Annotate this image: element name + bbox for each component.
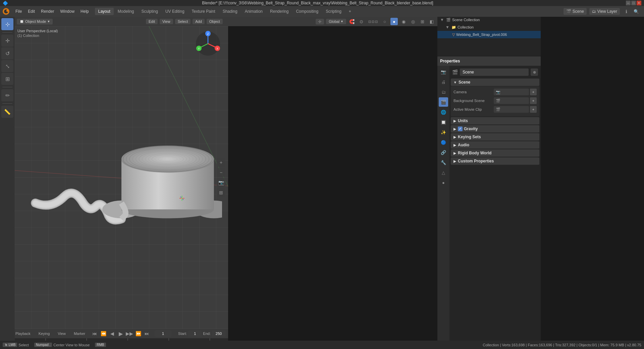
workspace-layout[interactable]: Layout <box>95 8 114 15</box>
viewport-camera-view[interactable]: 📷 <box>217 178 225 187</box>
add-workspace-button[interactable]: + <box>345 8 355 15</box>
outliner-item-collection[interactable]: ▼ 📁 Collection <box>437 23 541 31</box>
minimize-button[interactable]: ─ <box>626 1 631 5</box>
properties-area: Properties 📷 🖨 🗂 🎬 🌐 🔲 ✨ 🔵 🔗 🔧 △ ● 🎬 Sce… <box>437 56 541 341</box>
snap-toggle[interactable]: 🧲 <box>348 18 356 25</box>
status-menu-icon: RMB <box>95 343 106 347</box>
menu-render[interactable]: Render <box>38 8 57 15</box>
prop-tab-view-layer[interactable]: 🗂 <box>439 87 448 97</box>
prop-movie-clip-add[interactable]: + <box>530 106 537 113</box>
transform-orientation-selector[interactable]: Global ▼ <box>326 19 346 24</box>
shading-wire[interactable]: ○ <box>381 18 388 25</box>
scene-selector[interactable]: 🎬 Scene <box>564 8 587 15</box>
close-button[interactable]: ✕ <box>637 1 641 5</box>
section-scene-header[interactable]: Scene <box>451 79 539 86</box>
shading-material[interactable]: ◉ <box>400 18 407 25</box>
cursor-tool[interactable]: ⊹ <box>1 18 13 30</box>
jump-back-keyframe-btn[interactable]: ⏪ <box>100 330 107 337</box>
menu-file[interactable]: File <box>13 8 24 15</box>
overlay-toggle[interactable]: ⊞ <box>419 18 426 25</box>
prop-tab-render[interactable]: 📷 <box>439 67 448 77</box>
scale-tool[interactable]: ⤡ <box>1 60 13 72</box>
transform-pivot-selector[interactable]: ⊹ <box>316 19 324 24</box>
prop-bg-scene-add[interactable]: + <box>530 97 537 104</box>
rotate-tool[interactable]: ↺ <box>1 47 13 59</box>
viewport-select-btn[interactable]: Select <box>175 19 191 24</box>
navigation-gizmo[interactable]: Z X Y <box>195 30 221 57</box>
workspace-animation[interactable]: Animation <box>241 8 266 15</box>
current-frame-field[interactable]: 1 <box>155 330 171 337</box>
outliner-item-mesh[interactable]: ▽ Webbing_Belt_Strap_pivot.006 <box>437 31 541 38</box>
workspace-sculpting[interactable]: Sculpting <box>138 8 161 15</box>
move-tool[interactable]: ✛ <box>1 35 13 47</box>
prop-tab-material[interactable]: ● <box>439 178 448 187</box>
viewport-controls-toggle[interactable]: ⊡ ⊡ ⊡ <box>367 18 379 25</box>
gravity-checkbox[interactable]: ✓ <box>458 127 463 131</box>
section-gravity-header[interactable]: ✓ Gravity <box>451 125 539 133</box>
menu-window[interactable]: Window <box>57 8 77 15</box>
measure-tool[interactable]: 📏 <box>1 106 13 118</box>
jump-to-end-btn[interactable]: ⏭ <box>143 330 151 337</box>
section-units-header[interactable]: Units <box>451 117 539 124</box>
section-custom-properties-header[interactable]: Custom Properties <box>451 157 539 165</box>
prop-camera-field[interactable]: 📷 <box>494 89 529 95</box>
outliner-item-scene-collection[interactable]: ▼ 🎬 Scene Collection <box>437 16 541 23</box>
workspace-texture-paint[interactable]: Texture Paint <box>189 8 219 15</box>
viewport-grid-toggle[interactable]: ⊞ <box>217 188 225 197</box>
section-audio-header[interactable]: Audio <box>451 141 539 149</box>
shading-solid[interactable]: ● <box>390 18 398 25</box>
scene-menu-button[interactable]: ⊕ <box>531 68 538 76</box>
viewport-add-btn[interactable]: Add <box>193 19 205 24</box>
jump-to-start-btn[interactable]: ⏮ <box>91 330 98 337</box>
timeline-marker-menu[interactable]: Marker <box>71 331 88 336</box>
timeline-keying-menu[interactable]: Keying <box>36 331 53 336</box>
annotate-tool[interactable]: ✏ <box>1 89 13 101</box>
prop-tab-modifier[interactable]: 🔧 <box>439 158 448 167</box>
prop-camera-add[interactable]: + <box>530 89 537 95</box>
start-frame-field[interactable]: 1 <box>188 331 202 337</box>
prop-tab-scene[interactable]: 🎬 <box>439 97 448 107</box>
prop-movie-clip-field[interactable]: 🎬 <box>494 106 529 113</box>
workspace-uv-editing[interactable]: UV Editing <box>162 8 188 15</box>
section-keying-sets-header[interactable]: Keying Sets <box>451 133 539 141</box>
menu-edit[interactable]: Edit <box>25 8 38 15</box>
workspace-scripting[interactable]: Scripting <box>322 8 345 15</box>
menu-help[interactable]: Help <box>78 8 92 15</box>
section-rigid-body-world-header[interactable]: Rigid Body World <box>451 149 539 157</box>
workspace-shading[interactable]: Shading <box>219 8 241 15</box>
info-button[interactable]: ℹ <box>623 8 630 15</box>
transform-tool[interactable]: ⊞ <box>1 73 13 85</box>
step-forward-btn[interactable]: ▶▶ <box>126 330 133 337</box>
viewport-zoom-in[interactable]: + <box>217 158 225 167</box>
search-button[interactable]: 🔍 <box>633 8 640 15</box>
prop-tab-output[interactable]: 🖨 <box>439 77 448 87</box>
view-layer-selector[interactable]: 🗂 View Layer <box>589 8 620 15</box>
mode-selector[interactable]: 🔲 Object Mode ▼ <box>17 19 53 24</box>
maximize-button[interactable]: □ <box>631 1 636 5</box>
jump-next-keyframe-btn[interactable]: ⏩ <box>135 330 142 337</box>
xray-toggle[interactable]: ◧ <box>428 18 435 25</box>
viewport-zoom-out[interactable]: − <box>217 168 225 177</box>
viewport-object-btn[interactable]: Object <box>207 19 223 24</box>
workspace-rendering[interactable]: Rendering <box>267 8 292 15</box>
timeline-view-menu[interactable]: View <box>55 331 68 336</box>
workspace-modeling[interactable]: Modeling <box>114 8 138 15</box>
scene-name-field[interactable]: Scene <box>460 68 529 76</box>
prop-tab-object[interactable]: 🔲 <box>439 117 448 127</box>
proportional-edit-toggle[interactable]: ⊙ <box>358 18 365 25</box>
prop-tab-constraints[interactable]: 🔗 <box>439 148 448 157</box>
prop-bg-scene-field[interactable]: 🎬 <box>494 97 529 104</box>
end-frame-field[interactable]: 250 <box>212 331 225 337</box>
timeline-playback-menu[interactable]: Playback <box>13 331 33 336</box>
prop-tab-particles[interactable]: ✨ <box>439 128 448 137</box>
prop-tab-physics[interactable]: 🔵 <box>439 138 448 147</box>
shading-rendered[interactable]: ◎ <box>409 18 417 25</box>
viewport-view-menu[interactable]: View <box>160 19 173 24</box>
play-btn[interactable]: ▶ <box>117 330 124 337</box>
prop-tab-world[interactable]: 🌐 <box>439 107 448 117</box>
step-back-btn[interactable]: ◀ <box>108 330 116 337</box>
viewport-select-menu[interactable]: Edit <box>146 19 158 24</box>
viewport-3d[interactable]: User Perspective (Local) (1) Collection <box>15 26 228 329</box>
workspace-compositing[interactable]: Compositing <box>292 8 322 15</box>
prop-tab-data[interactable]: △ <box>439 168 448 177</box>
